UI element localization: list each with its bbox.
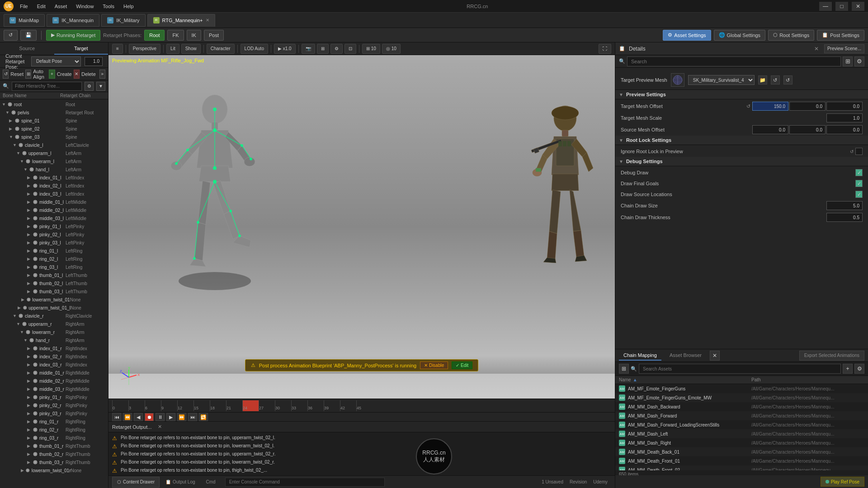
tree-item[interactable]: ▶ thumb_02_l LeftThumb: [0, 279, 108, 287]
timeline-ticks[interactable]: 0369121518212427303336394245: [112, 400, 611, 411]
jump-start-button[interactable]: ⏮: [112, 413, 121, 421]
tree-item[interactable]: ▶ ring_01_r RightRing: [0, 418, 108, 426]
tree-item[interactable]: ▶ ring_03_r RightRing: [0, 434, 108, 442]
record-button[interactable]: ⏺: [145, 413, 154, 421]
output-close-button[interactable]: ✕: [158, 424, 162, 430]
asset-row[interactable]: AM AM_MM_Dash_Backward /All/Game/Charact…: [615, 402, 868, 411]
expand-panel-button[interactable]: »: [99, 70, 105, 79]
asset-add-button[interactable]: +: [843, 364, 853, 374]
timeline-tick[interactable]: 0: [112, 400, 128, 411]
fov-button[interactable]: ◎ 10: [382, 44, 401, 54]
asset-browser-tab[interactable]: Asset Browser: [665, 351, 706, 361]
tree-item[interactable]: ▶ lowerarm_twist_01 None: [0, 296, 108, 304]
source-mesh-offset-z[interactable]: [826, 125, 863, 134]
create-button[interactable]: +: [49, 70, 55, 79]
fullscreen-button[interactable]: ⛶: [599, 44, 611, 54]
running-retarget-button[interactable]: ▶ Running Retarget: [46, 30, 100, 41]
cmd-tab[interactable]: Cmd: [201, 477, 221, 488]
menu-tools[interactable]: Tools: [101, 3, 116, 10]
tree-item[interactable]: ▶ index_03_l LeftIndex: [0, 190, 108, 198]
asset-filter-button[interactable]: ⊞: [619, 364, 629, 374]
root-lock-header[interactable]: ▼ Root Lock Settings: [615, 136, 868, 145]
viewport-options-3[interactable]: ⊡: [344, 44, 356, 54]
tree-item[interactable]: ▶ index_02_l LeftIndex: [0, 182, 108, 190]
menu-file[interactable]: File: [18, 3, 30, 10]
tree-item[interactable]: ▶ thumb_02_r RightThumb: [0, 450, 108, 458]
debug-draw-checkbox[interactable]: ✓: [855, 169, 863, 176]
menu-edit[interactable]: Edit: [35, 3, 47, 10]
asset-row[interactable]: AM AM_MM_Dash_Forward_LoadingScreenStill…: [615, 420, 868, 429]
tree-item[interactable]: ▶ middle_03_r RightMiddle: [0, 385, 108, 393]
content-drawer-tab[interactable]: ⬡ Content Drawer: [112, 477, 160, 488]
character-button[interactable]: Character: [207, 44, 235, 54]
tree-item[interactable]: ▶ ring_01_l LeftRing: [0, 247, 108, 255]
chain-mapping-tab[interactable]: Chain Mapping: [619, 351, 661, 361]
source-mesh-offset-y[interactable]: [789, 125, 826, 134]
tree-item[interactable]: ▶ pinky_01_r RightPinky: [0, 393, 108, 401]
details-view-toggle[interactable]: ⊞: [843, 56, 853, 66]
timeline-tick[interactable]: 3: [128, 400, 145, 411]
delete-button[interactable]: ✕: [74, 70, 80, 79]
tree-item[interactable]: ▶ middle_01_r RightMiddle: [0, 369, 108, 377]
tree-item[interactable]: ▼ clavicle_l LeftClavicle: [0, 141, 108, 149]
viewport-menu-button[interactable]: ≡: [112, 44, 123, 54]
details-search-input[interactable]: [627, 56, 841, 66]
asset-row[interactable]: AM AM_MM_Death_Front_01 /All/Game/Charac…: [615, 456, 868, 465]
timeline-tick[interactable]: 15: [193, 400, 210, 411]
tree-item[interactable]: ▼ root Root: [0, 100, 108, 108]
timeline-tick[interactable]: 27: [259, 400, 275, 411]
timeline-tick[interactable]: 6: [145, 400, 161, 411]
timeline-tick[interactable]: 45: [356, 400, 373, 411]
save-button[interactable]: 💾: [20, 30, 37, 41]
chain-draw-thickness-input[interactable]: [826, 213, 863, 222]
mesh-browse-button[interactable]: 📁: [758, 75, 767, 84]
phase-fk-button[interactable]: FK: [167, 30, 184, 41]
tree-item[interactable]: ▶ index_02_r RightIndex: [0, 352, 108, 361]
tree-item[interactable]: ▶ upperarm_twist_01_l None: [0, 304, 108, 312]
tree-item[interactable]: ▶ middle_02_r RightMiddle: [0, 377, 108, 385]
target-mesh-offset-x[interactable]: [752, 102, 788, 111]
tree-item[interactable]: ▶ ring_03_l LeftRing: [0, 263, 108, 271]
menu-help[interactable]: Help: [122, 3, 136, 10]
menu-window[interactable]: Window: [74, 3, 95, 10]
draw-final-goals-checkbox[interactable]: ✓: [855, 180, 863, 187]
phase-root-button[interactable]: Root: [144, 30, 165, 41]
timeline-tick[interactable]: 21: [226, 400, 242, 411]
tree-item[interactable]: ▶ pinky_02_l LeftPinky: [0, 230, 108, 239]
asset-row[interactable]: AM AM_MF_Emote_FingerGuns /All/Game/Char…: [615, 384, 868, 393]
tree-item[interactable]: ▼ lowerarm_l LeftArm: [0, 157, 108, 165]
tree-item[interactable]: ▶ ring_02_l LeftRing: [0, 255, 108, 263]
auto-align-button[interactable]: ⊞: [25, 70, 31, 79]
tab-mainmap[interactable]: M MainMap: [4, 14, 45, 27]
tree-item[interactable]: ▼ upperarm_l LeftArm: [0, 149, 108, 157]
tree-item[interactable]: ▼ upperarm_r RightArm: [0, 320, 108, 328]
timeline-tick[interactable]: 33: [291, 400, 307, 411]
draw-source-locations-checkbox[interactable]: ✓: [855, 191, 863, 198]
ignore-root-lock-reset[interactable]: ↺: [850, 149, 854, 154]
root-settings-button[interactable]: ⬡ Root Settings: [768, 30, 814, 41]
filter-settings-button[interactable]: ⚙: [85, 82, 94, 91]
tree-item[interactable]: ▼ hand_l LeftArm: [0, 165, 108, 174]
maximize-button[interactable]: □: [835, 2, 848, 11]
tree-item[interactable]: ▶ index_01_r RightIndex: [0, 344, 108, 352]
tab-ik-mannequin[interactable]: IK IK_Mannequin: [47, 14, 99, 27]
timeline-tick[interactable]: 24: [242, 400, 259, 411]
tree-item[interactable]: ▶ index_03_r RightIndex: [0, 361, 108, 369]
frame-back-button[interactable]: ◀: [134, 413, 143, 421]
post-settings-button[interactable]: 📋 Post Settings: [817, 30, 864, 41]
tree-item[interactable]: ▼ hand_r RightArm: [0, 336, 108, 344]
tree-item[interactable]: ▶ spine_02 Spine: [0, 125, 108, 133]
tab-close-rtg[interactable]: ✕: [206, 18, 209, 23]
output-log-tab[interactable]: 📋 Output Log: [160, 477, 200, 488]
edit-button[interactable]: ✓ Edit: [452, 361, 472, 369]
step-back-button[interactable]: ⏪: [123, 413, 132, 421]
timeline-tick[interactable]: 36: [307, 400, 324, 411]
preview-settings-header[interactable]: ▼ Preview Settings: [615, 90, 868, 99]
lod-button[interactable]: LOD Auto: [241, 44, 268, 54]
tab-ik-military[interactable]: IK IK_Military: [101, 14, 145, 27]
tab-target[interactable]: Target: [54, 42, 108, 55]
tree-item[interactable]: ▼ lowerarm_r RightArm: [0, 328, 108, 336]
filter-input[interactable]: [12, 82, 82, 91]
refresh-button[interactable]: ↺: [4, 30, 18, 41]
ignore-root-lock-checkbox[interactable]: [855, 148, 863, 155]
